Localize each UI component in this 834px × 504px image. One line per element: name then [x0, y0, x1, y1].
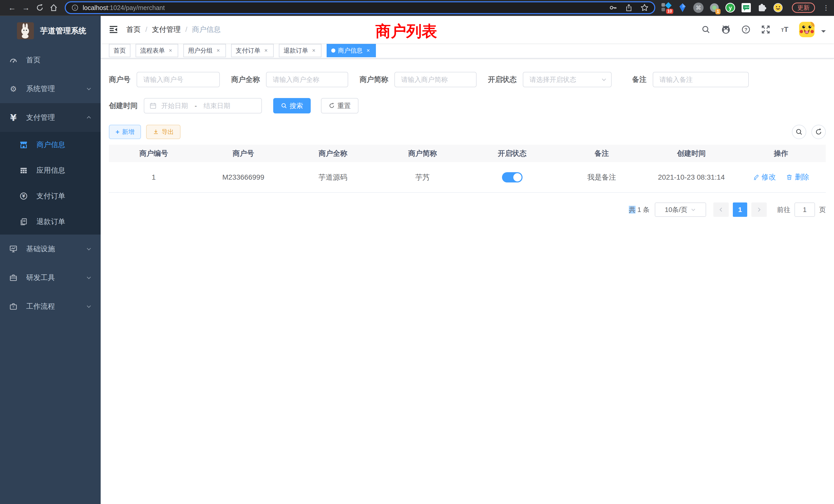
- sidebar-collapse-icon[interactable]: [109, 25, 118, 34]
- browser-menu-icon[interactable]: ⋮: [823, 4, 829, 12]
- chevron-down-icon: [86, 303, 92, 310]
- red-annotation-title: 商户列表: [375, 21, 437, 42]
- remark-input[interactable]: [653, 72, 749, 87]
- short-name-input[interactable]: [394, 72, 477, 87]
- sidebar-item-dev-tools[interactable]: 研发工具: [0, 263, 101, 292]
- app: ← → localhost:1024/pay/merchant: [0, 0, 834, 504]
- close-icon[interactable]: ×: [311, 47, 317, 54]
- url-bar[interactable]: localhost:1024/pay/merchant: [65, 1, 655, 14]
- merchant-table: 商户编号 商户号 商户全称 商户简称 开启状态 备注 创建时间 操作 1: [109, 145, 826, 193]
- goto-label: 前往: [777, 205, 790, 214]
- site-info-icon[interactable]: [71, 4, 79, 11]
- status-toggle-on[interactable]: [502, 172, 523, 182]
- add-button[interactable]: + 新增: [109, 125, 141, 139]
- col-operations: 操作: [736, 145, 826, 162]
- delete-link[interactable]: 删除: [786, 172, 809, 182]
- browser-forward-button[interactable]: →: [19, 1, 33, 15]
- tab-home[interactable]: 首页: [109, 44, 130, 57]
- remark-label: 备注: [632, 75, 646, 85]
- breadcrumb-home[interactable]: 首页: [126, 25, 141, 35]
- breadcrumb-current: 商户信息: [192, 25, 221, 35]
- col-short-name: 商户简称: [378, 145, 467, 162]
- next-page-button[interactable]: [751, 203, 767, 217]
- extension-icon-3[interactable]: ⌘: [693, 3, 704, 13]
- browser-back-button[interactable]: ←: [5, 1, 19, 15]
- close-icon[interactable]: ×: [365, 47, 371, 54]
- tab-merchant-info[interactable]: 商户信息×: [327, 44, 376, 57]
- close-icon[interactable]: ×: [168, 47, 174, 54]
- refresh-table-button[interactable]: [811, 125, 826, 139]
- payment-submenu: 商户信息 应用信息 ¥ 支付订单: [0, 132, 101, 234]
- prev-page-button[interactable]: [713, 203, 729, 217]
- short-name-label: 商户简称: [359, 75, 388, 85]
- share-icon[interactable]: [625, 4, 633, 12]
- extensions-area: 10 ⌘ 1 y 更新 ⋮: [659, 3, 829, 13]
- close-icon[interactable]: ×: [263, 47, 269, 54]
- sidebar-item-refund-order[interactable]: 退款订单: [0, 209, 101, 234]
- table-toolbar: + 新增 导出: [109, 125, 826, 139]
- breadcrumb: 首页 / 支付管理 / 商户信息: [126, 25, 221, 35]
- sidebar-item-infrastructure[interactable]: 基础设施: [0, 234, 101, 263]
- sidebar: 芋道管理系统 首页 ⚙ 系统管理 ¥ 支付管理: [0, 16, 101, 504]
- password-key-icon[interactable]: [609, 4, 617, 12]
- github-icon[interactable]: [721, 25, 731, 35]
- search-icon[interactable]: [702, 25, 710, 34]
- extension-icon-chat[interactable]: [741, 3, 751, 13]
- sidebar-item-label: 退款订单: [37, 217, 65, 227]
- avatar-caret-icon[interactable]: [821, 30, 826, 35]
- sidebar-item-home[interactable]: 首页: [0, 46, 101, 74]
- top-navbar: 首页 / 支付管理 / 商户信息 商户列表: [101, 16, 834, 43]
- cell-remark: 我是备注: [557, 162, 646, 192]
- page-content: 商户号 商户全称 商户简称 开启状态: [101, 59, 834, 504]
- sidebar-item-payment[interactable]: ¥ 支付管理: [0, 103, 101, 132]
- browser-update-button[interactable]: 更新: [792, 3, 815, 13]
- gear-icon: ⚙: [9, 85, 18, 93]
- toggle-search-button[interactable]: [792, 125, 806, 139]
- bookmark-star-icon[interactable]: [640, 4, 649, 12]
- export-button[interactable]: 导出: [146, 125, 180, 139]
- sidebar-item-system[interactable]: ⚙ 系统管理: [0, 74, 101, 103]
- fullscreen-icon[interactable]: [761, 25, 770, 34]
- monitor-chart-icon: [9, 245, 18, 253]
- toolbox-icon: [9, 274, 18, 282]
- sidebar-item-merchant-info[interactable]: 商户信息: [0, 132, 101, 158]
- create-time-label: 创建时间: [109, 101, 138, 111]
- tab-refund-order[interactable]: 退款订单×: [279, 44, 322, 57]
- breadcrumb-payment[interactable]: 支付管理: [152, 25, 181, 35]
- table-header-row: 商户编号 商户号 商户全称 商户简称 开启状态 备注 创建时间 操作: [109, 145, 826, 162]
- user-avatar[interactable]: [799, 22, 814, 37]
- close-icon[interactable]: ×: [215, 47, 221, 54]
- extension-icon-yudao[interactable]: y: [725, 3, 736, 13]
- sidebar-item-app-info[interactable]: 应用信息: [0, 158, 101, 183]
- reset-button[interactable]: 重置: [321, 98, 358, 113]
- tab-pay-order[interactable]: 支付订单×: [231, 44, 274, 57]
- extension-icon-4[interactable]: 1: [709, 3, 720, 13]
- font-size-icon[interactable]: TT: [781, 25, 788, 33]
- dashboard-icon: [9, 56, 18, 64]
- total-text: 共 1 条: [629, 205, 650, 214]
- help-icon[interactable]: ?: [742, 25, 750, 34]
- goto-page-input[interactable]: [794, 203, 815, 217]
- sidebar-item-pay-order[interactable]: ¥ 支付订单: [0, 183, 101, 209]
- calendar-icon: [150, 102, 157, 109]
- svg-text:¥: ¥: [22, 193, 25, 199]
- edit-link[interactable]: 修改: [753, 172, 776, 182]
- extension-icon-2[interactable]: [677, 3, 688, 13]
- extension-icon-1[interactable]: 10: [661, 3, 672, 13]
- full-name-input[interactable]: [266, 72, 348, 87]
- extensions-puzzle-icon[interactable]: [757, 3, 767, 13]
- status-select[interactable]: [523, 72, 612, 87]
- merchant-no-input[interactable]: [137, 72, 220, 87]
- browser-reload-button[interactable]: [33, 1, 47, 15]
- app-logo: 芋道管理系统: [0, 16, 101, 46]
- search-button[interactable]: 搜索: [273, 98, 311, 113]
- home-icon: [49, 4, 58, 12]
- create-time-range-picker[interactable]: 开始日期 - 结束日期: [144, 98, 262, 113]
- page-number-1[interactable]: 1: [733, 203, 747, 217]
- sidebar-item-workflow[interactable]: 工作流程: [0, 292, 101, 321]
- browser-profile-avatar[interactable]: [773, 3, 783, 13]
- page-size-select[interactable]: 10条/页: [655, 203, 706, 217]
- tab-process-form[interactable]: 流程表单×: [136, 44, 178, 57]
- browser-home-button[interactable]: [47, 1, 61, 15]
- tab-user-group[interactable]: 用户分组×: [183, 44, 226, 57]
